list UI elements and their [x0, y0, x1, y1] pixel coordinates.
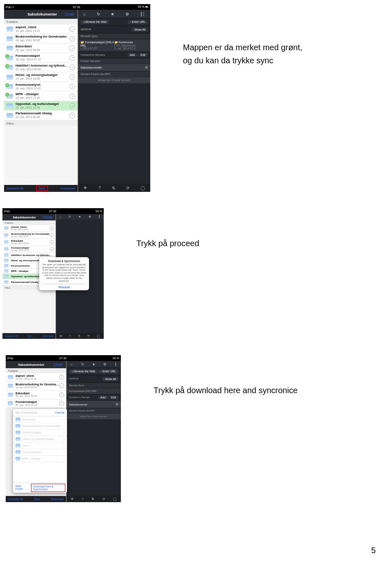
browse-web-button[interactable]: ◁ Browse the Web	[80, 20, 109, 24]
sync-button[interactable]: Sync	[36, 186, 48, 191]
remote-sync-item[interactable]: Formannskapet (549,4 MB)	[69, 390, 96, 392]
enter-url-button[interactable]: ▫ Enter URL	[98, 369, 118, 374]
folder-row[interactable]: Formannskapet30. sep. 2014 07:15 ›	[2, 246, 56, 253]
edit-server-button[interactable]: Edit	[138, 53, 148, 57]
refresh-icon[interactable]: ↻	[97, 12, 100, 16]
chevron-right-icon[interactable]: ›	[69, 84, 75, 89]
folder-row[interactable]: Brukerveiledning for Goodreader18. apr. …	[4, 34, 78, 43]
help-icon[interactable]: ?	[98, 186, 101, 190]
reload-servers-row[interactable]: reload list of local servers	[78, 77, 150, 83]
chevron-right-icon[interactable]: ›	[50, 233, 54, 237]
proceed-button[interactable]: Proceed	[42, 284, 87, 290]
refresh-icon[interactable]: ↻	[69, 215, 71, 218]
star-icon[interactable]: ★	[111, 12, 114, 16]
folder-row[interactable]: Brukerveiledning for Goodreader18. apr. …	[2, 232, 56, 239]
sync-icon[interactable]: ⟳	[87, 334, 90, 338]
remote-sync-item[interactable]: 📁 Kommunes FTP: Saksdokum 5. okt. 2014 0…	[114, 41, 148, 50]
chevron-right-icon[interactable]: ›	[69, 36, 75, 42]
globe-icon[interactable]: ◯	[97, 334, 100, 338]
close-button[interactable]: Close	[65, 12, 74, 16]
wifi-transfer-icon[interactable]: ⇅	[91, 497, 94, 501]
sync-button[interactable]: Sync	[27, 335, 33, 337]
deselect-all-button[interactable]: Deselect All	[5, 335, 18, 337]
download-button[interactable]: Download	[42, 335, 53, 337]
chevron-right-icon[interactable]: ›	[69, 103, 75, 109]
folder-row[interactable]: aspnet_client15. jan. 2014 15:15 ›	[6, 373, 66, 382]
folder-row[interactable]: Formannskapet30. sep. 2014 07:15 ›	[6, 399, 66, 408]
deselect-all-button[interactable]: Deselect All	[8, 498, 23, 500]
known-server-row[interactable]: Saksdokumenter ⚙	[67, 400, 121, 408]
search-icon[interactable]: ⌕	[71, 363, 73, 366]
help-icon[interactable]: ?	[82, 497, 83, 501]
target-folder-row[interactable]: Inbox›	[13, 443, 67, 449]
cancel-button[interactable]: Cancel	[55, 411, 65, 414]
folder-row[interactable]: ⟳ Formannskapet30. sep. 2014 07:15 ›	[4, 53, 78, 62]
folder-row[interactable]: Eldrerådet30. apr. 2013 00:00 ›	[2, 239, 56, 246]
gear-icon[interactable]: ⚙	[145, 66, 148, 69]
chevron-right-icon[interactable]: ›	[50, 226, 54, 230]
target-folder-row[interactable]: Kommunestyret›	[13, 449, 67, 456]
deselect-all-button[interactable]: Deselect All	[7, 187, 24, 190]
sync-icon[interactable]: ⟳	[102, 497, 105, 501]
folder-row[interactable]: Partsammensatt Utvalg22. okt. 2012 00:00…	[4, 111, 78, 120]
eye-icon[interactable]: 👁	[60, 335, 62, 338]
download-button[interactable]: Download	[51, 498, 64, 500]
settings-icon[interactable]: ┇┆	[140, 12, 145, 16]
gear-icon[interactable]: ⚙	[89, 215, 91, 218]
chevron-right-icon[interactable]: ›	[69, 26, 75, 32]
chevron-right-icon[interactable]: ›	[59, 392, 64, 397]
wifi-transfer-icon[interactable]: ⇅	[78, 334, 80, 338]
enter-url-button[interactable]: ▫ Enter URL	[128, 20, 148, 24]
chevron-right-icon[interactable]: ›	[59, 383, 64, 388]
gear-icon[interactable]: ⚙	[116, 403, 118, 406]
chevron-right-icon[interactable]: ›	[69, 74, 75, 80]
target-folder-row[interactable]: MPR - Utvalget›	[13, 456, 67, 462]
chevron-right-icon[interactable]: ›	[69, 65, 75, 70]
folder-row[interactable]: aspnet_client15. jan. 2014 15:15 ›	[2, 225, 56, 232]
folder-row[interactable]: Brukerveiledning for Goodreader18. apr. …	[6, 382, 66, 390]
remote-sync-item[interactable]: 📁 Formannskapet (549,4 MB) t. 2014 07:07	[80, 41, 114, 50]
sync-icon[interactable]: ⟳	[126, 186, 129, 190]
folder-row[interactable]: Eldrerådet30. apr. 2013 00:00 ›	[4, 44, 78, 53]
chevron-right-icon[interactable]: ›	[50, 240, 54, 244]
wifi-transfer-icon[interactable]: ⇅	[112, 186, 115, 190]
download-button[interactable]: Download	[60, 187, 75, 190]
chevron-right-icon[interactable]: ›	[69, 113, 75, 118]
folder-row[interactable]: ⟳ Kommunestyret16. sep. 2014 12:45 ›	[4, 82, 78, 91]
chevron-right-icon[interactable]: ›	[59, 375, 64, 380]
chevron-right-icon[interactable]: ›	[69, 93, 75, 99]
chevron-right-icon[interactable]: ›	[69, 55, 75, 61]
search-icon[interactable]: ⌕	[83, 12, 86, 16]
browse-web-button[interactable]: ◁ Browse the Web	[69, 369, 98, 374]
globe-icon[interactable]: ◯	[140, 186, 145, 190]
folder-row[interactable]: Eldrerådet30. apr. 2013 00:00 ›	[6, 391, 66, 399]
folder-row-selected[interactable]: Oppvekst- og kulturutvalget15. jan. 2014…	[4, 101, 78, 111]
refresh-icon[interactable]: ↻	[81, 363, 84, 366]
folder-row[interactable]: aspnet_client15. jan. 2014 15:15 ›	[4, 24, 78, 34]
folder-row[interactable]: Helse- og omsorgsutvalget14. jan. 2014 1…	[4, 72, 78, 82]
show-all-button[interactable]: Show All	[132, 28, 148, 31]
folder-row[interactable]: ⟳ MPR - Utvalget10. jan. 2014 13:20 ›	[4, 91, 78, 101]
folder-row[interactable]: ⟳ Habilitet i kommuner og fylkeskomm...2…	[4, 63, 78, 72]
star-icon[interactable]: ★	[78, 215, 81, 218]
close-button[interactable]: Close	[43, 215, 52, 219]
target-folder-row[interactable]: Helse- og omsorgsutvalget›	[13, 436, 67, 443]
show-all-button[interactable]: Show All	[102, 377, 118, 381]
settings-icon[interactable]: ┇	[98, 215, 100, 218]
gear-icon[interactable]: ⚙	[125, 12, 129, 16]
eye-icon[interactable]: 👁	[71, 497, 74, 501]
search-icon[interactable]: ⌕	[60, 216, 61, 218]
globe-icon[interactable]: ◯	[113, 497, 117, 501]
target-folder-row[interactable]: Bruksveiledning for Goodreader›	[13, 423, 67, 429]
eye-icon[interactable]: 👁	[83, 186, 87, 190]
sync-button[interactable]: Sync	[34, 498, 40, 500]
chevron-right-icon[interactable]: ›	[50, 247, 54, 251]
new-folder-button[interactable]: New Folder	[13, 483, 29, 493]
target-folder-row[interactable]: Downloads›	[13, 416, 67, 423]
chevron-right-icon[interactable]: ›	[59, 401, 64, 406]
settings-icon[interactable]: ┇	[115, 363, 117, 366]
known-server-row[interactable]: Saksdokumenter ⚙	[78, 64, 150, 71]
star-icon[interactable]: ★	[92, 363, 95, 366]
help-icon[interactable]: ?	[69, 335, 71, 338]
chevron-right-icon[interactable]: ›	[69, 45, 75, 51]
